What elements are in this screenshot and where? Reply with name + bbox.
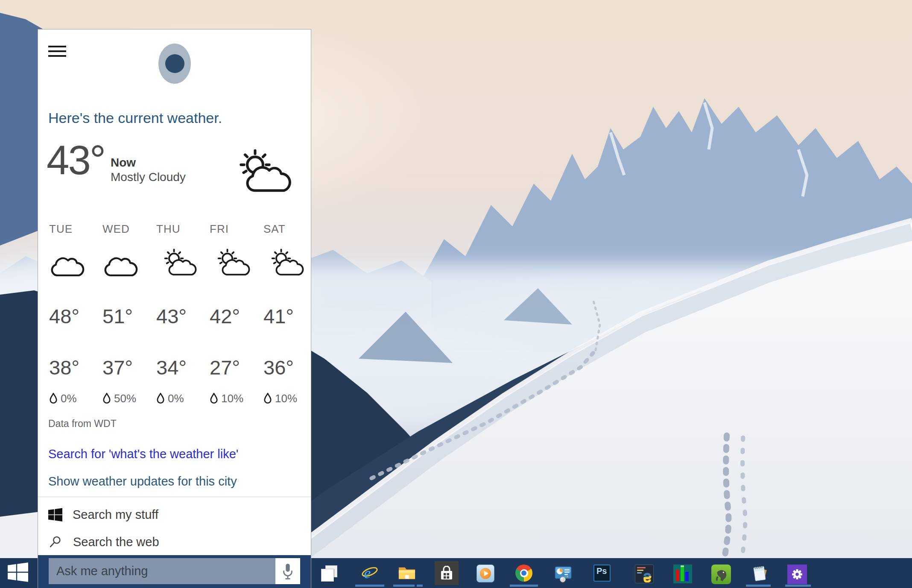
settings-gear-icon (787, 565, 807, 584)
ask-me-anything-input[interactable] (49, 558, 275, 584)
forecast-day-label: FRI (210, 222, 229, 236)
open-indicator-settings (785, 585, 811, 587)
forecast-precip: 0% (156, 392, 184, 404)
taskbar-item-color-bars-app[interactable] (673, 565, 692, 582)
taskbar-item-windows-media-player[interactable] (476, 565, 494, 582)
taskbar-item-evernote[interactable] (711, 565, 731, 582)
file-explorer-icon (398, 565, 416, 581)
taskbar-item-python[interactable] (635, 565, 654, 582)
google-chrome-icon (515, 565, 532, 582)
taskbar-item-notepad[interactable] (751, 565, 769, 582)
taskbar-item-photoshop[interactable]: Ps (593, 565, 611, 582)
forecast-grid: TUE 48° 38° 0% WED 51° 37° 50% THU 43° 3… (49, 222, 322, 407)
start-button[interactable] (8, 562, 28, 582)
forecast-precip: 50% (102, 392, 136, 404)
photoshop-icon: Ps (593, 565, 611, 582)
forecast-precip-value: 10% (275, 393, 297, 404)
forecast-column-wed: WED 51° 37° 50% (102, 222, 155, 407)
internet-explorer-icon: e (361, 565, 378, 582)
windows-logo-icon (48, 508, 62, 522)
evernote-elephant-icon (711, 565, 731, 584)
notepad-icon (751, 565, 769, 582)
raindrop-icon (102, 392, 111, 404)
forecast-high-temp: 41° (263, 304, 294, 328)
raindrop-icon (210, 392, 218, 404)
cortana-panel: Here's the current weather. 43° Now Most… (38, 29, 311, 588)
taskbar-item-internet-explorer[interactable]: e (361, 565, 378, 582)
search-dock (38, 555, 311, 588)
forecast-day-label: THU (156, 222, 180, 236)
forecast-day-label: WED (102, 222, 130, 236)
windows-media-player-icon (476, 565, 494, 582)
current-time-label: Now (111, 156, 136, 170)
taskbar-item-google-chrome[interactable] (515, 565, 532, 582)
forecast-low-temp: 34° (156, 356, 187, 379)
forecast-low-temp: 27° (210, 356, 240, 379)
search-icon (49, 535, 62, 548)
forecast-day-label: SAT (263, 222, 286, 236)
svg-text:e: e (364, 565, 371, 582)
taskbar-item-settings[interactable] (787, 565, 807, 582)
forecast-precip-value: 0% (61, 393, 77, 404)
color-bars-icon (673, 565, 692, 583)
data-attribution: Data from WDT (48, 418, 117, 430)
search-the-web-label: Search the web (73, 535, 159, 549)
cloudy-icon (102, 252, 140, 279)
forecast-column-fri: FRI 42° 27° 10% (210, 222, 262, 407)
microphone-button[interactable] (275, 558, 300, 584)
forecast-precip: 10% (263, 392, 297, 404)
search-my-stuff-button[interactable]: Search my stuff (48, 504, 158, 525)
partly-sunny-icon (156, 249, 199, 279)
control-panel-icon (554, 565, 573, 583)
forecast-high-temp: 42° (210, 304, 240, 328)
partly-sunny-icon (263, 249, 306, 279)
windows-store-icon (439, 566, 454, 580)
forecast-low-temp: 38° (49, 356, 79, 379)
weather-heading: Here's the current weather. (48, 110, 222, 126)
partly-sunny-icon (210, 249, 252, 279)
open-indicator-internet-explorer (355, 585, 384, 587)
forecast-precip-value: 0% (168, 393, 184, 404)
taskbar-item-control-panel[interactable] (554, 565, 573, 582)
forecast-precip: 10% (210, 392, 243, 404)
forecast-column-thu: THU 43° 34° 0% (156, 222, 208, 407)
raindrop-icon (156, 392, 165, 404)
search-my-stuff-label: Search my stuff (73, 508, 158, 522)
open-indicator-file-explorer-2 (417, 585, 423, 587)
current-condition: Mostly Cloudy (111, 170, 186, 184)
open-indicator-file-explorer (393, 585, 415, 587)
forecast-high-temp: 43° (156, 304, 187, 328)
raindrop-icon (49, 392, 58, 404)
taskbar-item-file-explorer[interactable] (398, 565, 416, 582)
open-indicator-google-chrome (510, 585, 538, 587)
forecast-precip-value: 10% (221, 393, 243, 404)
forecast-column-tue: TUE 48° 38° 0% (49, 222, 101, 407)
task-view-button[interactable] (321, 565, 338, 582)
search-the-web-button[interactable]: Search the web (49, 532, 159, 552)
forecast-low-temp: 36° (263, 356, 294, 379)
taskbar-item-windows-store[interactable] (435, 561, 459, 585)
microphone-icon (281, 562, 294, 580)
forecast-precip-value: 50% (114, 393, 136, 404)
forecast-high-temp: 48° (49, 304, 79, 328)
cortana-orb-icon (158, 44, 191, 84)
search-weather-link[interactable]: Search for 'what's the weather like' (48, 447, 238, 461)
python-icon (635, 565, 654, 583)
partly-sunny-icon (227, 149, 295, 197)
hamburger-menu-button[interactable] (48, 46, 66, 59)
current-temperature: 43° (47, 140, 105, 181)
open-indicator-notepad (746, 585, 771, 587)
forecast-low-temp: 37° (102, 356, 133, 379)
forecast-day-label: TUE (49, 222, 73, 236)
hamburger-icon (48, 46, 66, 47)
raindrop-icon (263, 392, 272, 404)
weather-updates-link[interactable]: Show weather updates for this city (48, 474, 237, 489)
cloudy-icon (49, 252, 87, 279)
forecast-precip: 0% (49, 392, 77, 404)
forecast-column-sat: SAT 41° 36° 10% (263, 222, 316, 407)
forecast-high-temp: 51° (102, 304, 133, 328)
panel-divider (38, 497, 311, 497)
windows-logo-icon (8, 562, 28, 582)
